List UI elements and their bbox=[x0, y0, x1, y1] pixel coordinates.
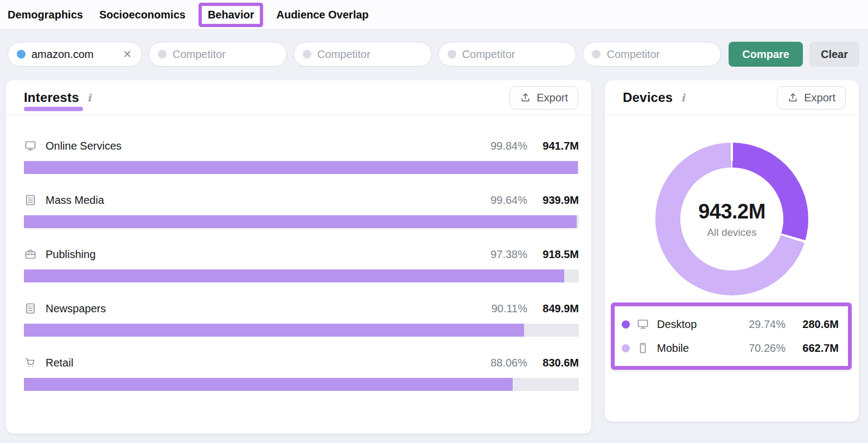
clear-button[interactable]: Clear bbox=[809, 42, 859, 67]
interest-row: Mass Media 99.64% 939.9M bbox=[24, 192, 579, 228]
competitor-input-3[interactable] bbox=[438, 42, 577, 67]
competitor-input-4[interactable] bbox=[583, 42, 721, 67]
interest-percent: 99.64% bbox=[490, 194, 527, 207]
domain-filter-row: amazon.com ✕ Compare Clear bbox=[0, 30, 868, 67]
competitor-field[interactable] bbox=[462, 48, 567, 61]
news-icon bbox=[24, 302, 37, 315]
all-devices-subtitle: All devices bbox=[707, 227, 757, 239]
interest-label: Newspapers bbox=[46, 303, 106, 315]
competitor-color-dot bbox=[158, 50, 167, 59]
devices-title: Devices bbox=[623, 90, 673, 105]
tab-socioeconomics[interactable]: Socioeconomics bbox=[99, 9, 186, 21]
monitor-icon bbox=[24, 139, 37, 152]
device-percent: 70.26% bbox=[749, 342, 786, 355]
interest-label: Online Services bbox=[46, 140, 122, 152]
interest-percent: 88.06% bbox=[490, 357, 527, 369]
tab-behavior[interactable]: Behavior bbox=[208, 9, 254, 21]
interest-value: 918.5M bbox=[537, 248, 579, 261]
briefcase-icon bbox=[24, 248, 37, 261]
page-bottom-divider bbox=[0, 442, 868, 444]
interest-row: Newspapers 90.11% 849.9M bbox=[24, 300, 579, 337]
competitor-field[interactable] bbox=[607, 48, 712, 61]
devices-header: Devices i Export bbox=[605, 80, 859, 115]
device-percent: 29.74% bbox=[749, 318, 786, 331]
competitor-color-dot bbox=[448, 50, 456, 59]
export-label: Export bbox=[804, 92, 835, 104]
device-legend-row: Desktop 29.74% 280.6M bbox=[622, 312, 839, 336]
interest-bar bbox=[24, 269, 579, 282]
device-legend-row: Mobile 70.26% 662.7M bbox=[622, 336, 839, 360]
interest-bar bbox=[24, 378, 579, 391]
interests-underline-annotation bbox=[24, 107, 83, 111]
cart-icon bbox=[24, 356, 37, 369]
tab-demographics[interactable]: Demographics bbox=[8, 9, 83, 21]
devices-panel: Devices i Export 943.2M All devices Des bbox=[605, 80, 859, 422]
interest-bar bbox=[24, 161, 579, 174]
export-label: Export bbox=[537, 92, 568, 104]
info-icon[interactable]: i bbox=[87, 92, 91, 104]
competitor-field[interactable] bbox=[173, 48, 278, 61]
device-label: Desktop bbox=[657, 318, 697, 331]
interests-header: Interests i Export bbox=[6, 80, 591, 115]
main-domain-label: amazon.com bbox=[31, 48, 94, 61]
audience-insights-screen: DemographicsSocioeconomicsBehaviorAudien… bbox=[0, 0, 868, 444]
interest-label: Publishing bbox=[46, 248, 95, 261]
competitor-color-dot bbox=[303, 50, 311, 59]
news-icon bbox=[24, 194, 37, 207]
interest-percent: 99.84% bbox=[490, 140, 527, 152]
donut-ring: 943.2M All devices bbox=[655, 143, 808, 295]
interest-row: Retail 88.06% 830.6M bbox=[24, 355, 579, 391]
export-button[interactable]: Export bbox=[777, 86, 846, 110]
competitor-color-dot bbox=[592, 50, 601, 59]
interest-row: Publishing 97.38% 918.5M bbox=[24, 246, 579, 282]
interest-label: Retail bbox=[46, 357, 73, 369]
competitor-field[interactable] bbox=[317, 48, 423, 61]
device-label: Mobile bbox=[657, 342, 689, 355]
donut-center-label: 943.2M All devices bbox=[655, 143, 808, 295]
all-devices-total: 943.2M bbox=[698, 200, 765, 223]
upload-icon bbox=[520, 92, 531, 104]
interest-value: 939.9M bbox=[537, 194, 579, 207]
device-value: 280.6M bbox=[795, 318, 839, 331]
tab-audience-overlap[interactable]: Audience Overlap bbox=[276, 9, 368, 21]
device-value: 662.7M bbox=[795, 342, 839, 355]
upload-icon bbox=[787, 92, 799, 104]
legend-color-dot bbox=[622, 320, 630, 329]
interest-value: 941.7M bbox=[537, 140, 579, 152]
interest-value: 830.6M bbox=[537, 357, 579, 369]
interests-list: Online Services 99.84% 941.7M Mass Media… bbox=[6, 115, 591, 391]
interests-panel: Interests i Export Online Services 99.84… bbox=[6, 80, 591, 434]
info-icon[interactable]: i bbox=[681, 92, 685, 104]
interest-bar bbox=[24, 215, 579, 228]
interest-label: Mass Media bbox=[46, 194, 104, 207]
interest-bar bbox=[24, 324, 579, 337]
interest-value: 849.9M bbox=[537, 303, 579, 315]
devices-legend-annotation: Desktop 29.74% 280.6M Mobile 70.26% 662.… bbox=[611, 303, 852, 370]
main-domain-input[interactable]: amazon.com ✕ bbox=[8, 42, 142, 67]
active-tab-highlight-annotation: Behavior bbox=[199, 3, 264, 27]
section-tabs: DemographicsSocioeconomicsBehaviorAudien… bbox=[0, 0, 868, 30]
competitor-input-2[interactable] bbox=[293, 42, 432, 67]
interest-percent: 90.11% bbox=[492, 303, 527, 315]
competitor-input-1[interactable] bbox=[149, 42, 287, 67]
interest-row: Online Services 99.84% 941.7M bbox=[24, 138, 579, 174]
domain-color-dot bbox=[17, 50, 25, 59]
interests-title: Interests bbox=[24, 90, 79, 105]
desktop-icon bbox=[636, 318, 649, 331]
export-button[interactable]: Export bbox=[509, 86, 578, 110]
mobile-icon bbox=[636, 342, 649, 355]
interest-percent: 97.38% bbox=[490, 248, 527, 261]
devices-donut-chart: 943.2M All devices bbox=[605, 115, 859, 295]
close-icon[interactable]: ✕ bbox=[122, 48, 133, 61]
compare-button[interactable]: Compare bbox=[729, 42, 803, 67]
legend-color-dot bbox=[622, 344, 630, 352]
panels-row: Interests i Export Online Services 99.84… bbox=[0, 67, 868, 434]
